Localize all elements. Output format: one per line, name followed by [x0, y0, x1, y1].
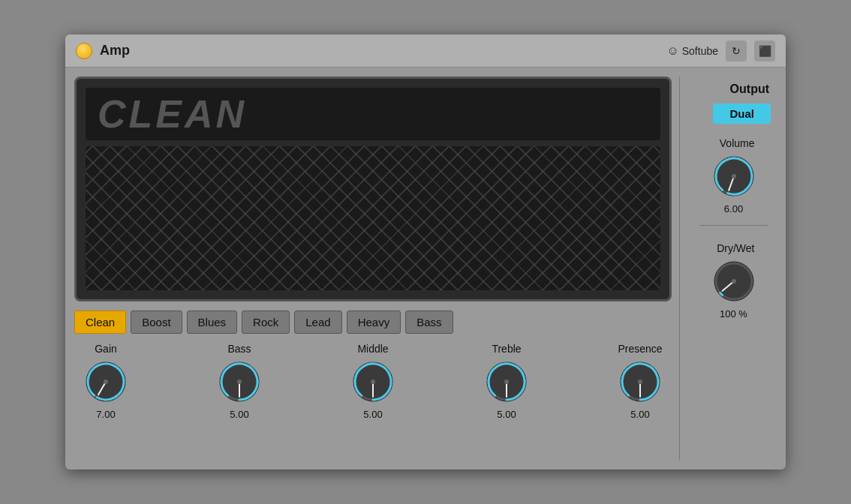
knob-group-presence: Presence 5.00	[616, 343, 664, 420]
power-indicator[interactable]	[76, 43, 92, 59]
channel-button-lead[interactable]: Lead	[294, 310, 341, 334]
presence-knob-label: Presence	[618, 343, 662, 355]
channel-button-clean[interactable]: Clean	[74, 310, 126, 334]
save-icon: ⬛	[759, 45, 771, 57]
knobs-row: Gain 7.00Bass 5.00Middle 5.00Treble 5.00…	[74, 343, 672, 420]
knob-group-gain: Gain 7.00	[82, 343, 130, 420]
volume-group: Volume 6.00	[710, 137, 758, 214]
speaker-grille	[86, 146, 660, 290]
knob-group-bass: Bass 5.00	[215, 343, 263, 420]
treble-knob[interactable]	[483, 358, 531, 406]
channel-button-bass[interactable]: Bass	[405, 310, 453, 334]
right-panel: Output Dual Volume 6.00 Dry/Wet 100 %	[679, 76, 777, 460]
channel-buttons: CleanBoostBluesRockLeadHeavyBass	[74, 310, 672, 334]
svg-point-15	[504, 380, 509, 384]
channel-button-blues[interactable]: Blues	[187, 310, 238, 334]
brand-name: Softube	[682, 45, 718, 57]
treble-knob-label: Treble	[492, 343, 521, 355]
title-bar: Amp ☺ Softube ↻ ⬛	[65, 34, 786, 68]
gain-knob[interactable]	[82, 358, 130, 406]
softube-logo-icon: ☺	[666, 44, 678, 58]
drywet-value: 100 %	[720, 308, 747, 320]
presence-knob-value: 5.00	[630, 409, 649, 420]
refresh-icon: ↻	[732, 45, 741, 57]
left-panel: CLEAN CleanBoostBluesRockLeadHeavyBass G…	[74, 76, 672, 460]
drywet-group: Dry/Wet 100 %	[710, 242, 758, 320]
middle-knob-value: 5.00	[363, 409, 382, 420]
main-content: CLEAN CleanBoostBluesRockLeadHeavyBass G…	[65, 68, 786, 470]
channel-button-heavy[interactable]: Heavy	[347, 310, 401, 334]
svg-point-7	[237, 380, 242, 384]
dual-button[interactable]: Dual	[713, 104, 771, 124]
drywet-knob[interactable]	[710, 257, 758, 305]
refresh-button[interactable]: ↻	[726, 40, 747, 62]
bass-knob-value: 5.00	[230, 409, 248, 420]
svg-point-27	[732, 279, 736, 284]
drywet-label: Dry/Wet	[717, 242, 754, 254]
presence-knob[interactable]	[616, 358, 664, 406]
svg-point-23	[732, 174, 736, 178]
treble-knob-value: 5.00	[497, 409, 516, 420]
svg-point-11	[371, 380, 375, 384]
title-left: Amp	[76, 43, 130, 59]
gain-knob-label: Gain	[95, 343, 117, 355]
brand-area: ☺ Softube	[666, 44, 718, 58]
amp-display: CLEAN	[74, 76, 672, 302]
output-label: Output	[730, 82, 769, 96]
save-button[interactable]: ⬛	[754, 40, 775, 62]
channel-display-name: CLEAN	[98, 92, 247, 136]
svg-point-3	[104, 380, 108, 384]
volume-value: 6.00	[724, 203, 743, 214]
volume-knob[interactable]	[710, 152, 758, 200]
plugin-window: Amp ☺ Softube ↻ ⬛ CLEAN	[65, 34, 786, 470]
title-right: ☺ Softube ↻ ⬛	[666, 40, 775, 62]
amp-label-area: CLEAN	[86, 88, 660, 140]
plugin-title: Amp	[100, 43, 130, 58]
channel-button-rock[interactable]: Rock	[242, 310, 290, 334]
svg-point-19	[638, 380, 642, 384]
middle-knob-label: Middle	[357, 343, 388, 355]
middle-knob[interactable]	[349, 358, 397, 406]
knob-group-middle: Middle 5.00	[349, 343, 397, 420]
volume-label: Volume	[720, 137, 755, 149]
bass-knob-label: Bass	[227, 343, 251, 355]
knob-group-treble: Treble 5.00	[483, 343, 531, 420]
gain-knob-value: 7.00	[96, 409, 115, 420]
divider	[699, 225, 768, 226]
grille-pattern	[86, 146, 660, 290]
channel-button-boost[interactable]: Boost	[131, 310, 182, 334]
bass-knob[interactable]	[215, 358, 263, 406]
